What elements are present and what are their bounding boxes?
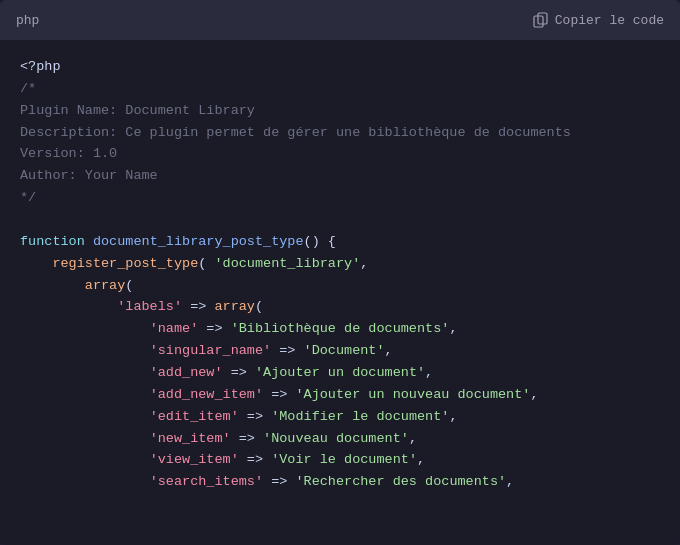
code-line: 'search_items' => 'Rechercher des docume… (20, 471, 660, 493)
code-line: 'add_new' => 'Ajouter un document', (20, 362, 660, 384)
code-line: 'view_item' => 'Voir le document', (20, 449, 660, 471)
code-line: 'labels' => array( (20, 296, 660, 318)
code-line: */ (20, 187, 660, 209)
code-line: Plugin Name: Document Library (20, 100, 660, 122)
copy-icon (533, 12, 549, 28)
code-block: php Copier le code <?php/*Plugin Name: D… (0, 0, 680, 545)
copy-button-label: Copier le code (555, 13, 664, 28)
language-label: php (16, 13, 39, 28)
copy-button[interactable]: Copier le code (533, 12, 664, 28)
code-line: Author: Your Name (20, 165, 660, 187)
code-line: 'name' => 'Bibliothèque de documents', (20, 318, 660, 340)
code-line: 'edit_item' => 'Modifier le document', (20, 406, 660, 428)
code-line: register_post_type( 'document_library', (20, 253, 660, 275)
code-line: function document_library_post_type() { (20, 231, 660, 253)
code-body: <?php/*Plugin Name: Document LibraryDesc… (0, 40, 680, 545)
code-line: 'singular_name' => 'Document', (20, 340, 660, 362)
code-line: <?php (20, 56, 660, 78)
code-line: array( (20, 275, 660, 297)
code-line: 'new_item' => 'Nouveau document', (20, 428, 660, 450)
code-line: Version: 1.0 (20, 143, 660, 165)
code-line: 'add_new_item' => 'Ajouter un nouveau do… (20, 384, 660, 406)
code-line: /* (20, 78, 660, 100)
code-line: Description: Ce plugin permet de gérer u… (20, 122, 660, 144)
code-line (20, 209, 660, 231)
code-header: php Copier le code (0, 0, 680, 40)
